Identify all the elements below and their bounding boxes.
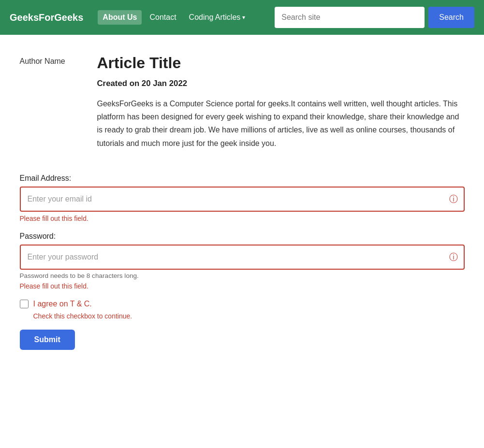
coding-articles-label: Coding Articles: [189, 13, 241, 22]
terms-label[interactable]: I agree on T & C.: [33, 300, 92, 308]
password-group: Password: ⓘ Password needs to be 8 chara…: [20, 232, 465, 290]
checkbox-row: I agree on T & C.: [20, 300, 465, 308]
password-label: Password:: [20, 232, 465, 241]
search-input[interactable]: [275, 7, 425, 28]
article-body: GeeksForGeeks is a Computer Science port…: [97, 97, 465, 150]
checkbox-error-msg: Check this checkbox to continue.: [33, 312, 465, 320]
nav-link-coding-articles[interactable]: Coding Articles ▾: [184, 10, 250, 25]
password-hint-msg: Password needs to be 8 characters long.: [20, 272, 465, 279]
nav-link-about[interactable]: About Us: [98, 10, 142, 25]
form-section: Email Address: ⓘ Please fill out this fi…: [20, 174, 465, 350]
search-button[interactable]: Search: [428, 7, 474, 28]
article-layout: Author Name Article Title Created on 20 …: [20, 54, 465, 150]
author-column: Author Name: [20, 54, 83, 150]
email-warning-icon: ⓘ: [449, 193, 458, 205]
chevron-down-icon: ▾: [242, 14, 245, 21]
email-input[interactable]: [20, 187, 465, 212]
password-input-wrapper: ⓘ: [20, 245, 465, 270]
article-date: Created on 20 Jan 2022: [97, 79, 465, 88]
terms-checkbox[interactable]: [20, 300, 29, 308]
password-error-msg: Please fill out this field.: [20, 282, 465, 290]
nav-logo[interactable]: GeeksForGeeks: [10, 12, 83, 23]
submit-button[interactable]: Submit: [20, 330, 75, 350]
nav-link-contact[interactable]: Contact: [145, 10, 181, 25]
article-title: Article Title: [97, 54, 465, 72]
password-warning-icon: ⓘ: [449, 251, 458, 263]
navbar: GeeksForGeeks About Us Contact Coding Ar…: [0, 0, 484, 35]
author-name: Author Name: [20, 57, 65, 65]
nav-links: About Us Contact Coding Articles ▾: [98, 10, 265, 25]
main-container: Author Name Article Title Created on 20 …: [5, 54, 479, 350]
email-label: Email Address:: [20, 174, 465, 183]
checkbox-group: I agree on T & C. Check this checkbox to…: [20, 300, 465, 320]
search-area: Search: [275, 7, 474, 28]
email-error-msg: Please fill out this field.: [20, 215, 465, 222]
password-input[interactable]: [20, 245, 465, 270]
article-column: Article Title Created on 20 Jan 2022 Gee…: [97, 54, 465, 150]
email-group: Email Address: ⓘ Please fill out this fi…: [20, 174, 465, 222]
email-input-wrapper: ⓘ: [20, 187, 465, 212]
